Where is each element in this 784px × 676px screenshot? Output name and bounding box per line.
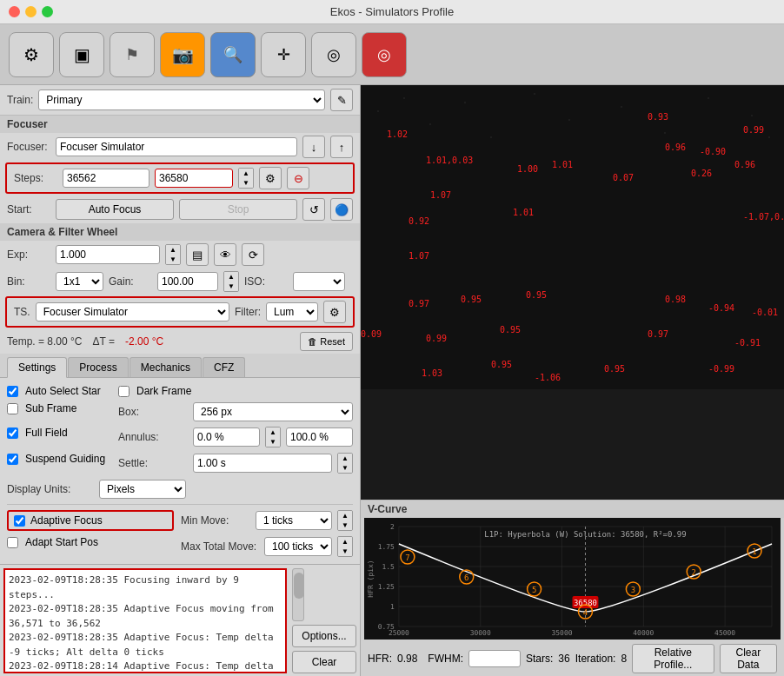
max-total-move-row: Max Total Move: 100 ticks ▲ ▼ xyxy=(181,534,353,559)
steps-spinner[interactable]: ▲ ▼ xyxy=(238,168,254,189)
focuser-down-button[interactable]: ↓ xyxy=(302,136,325,158)
delta-text: -2.00 °C xyxy=(125,335,163,348)
svg-text:3: 3 xyxy=(631,586,635,594)
reset-icon: 🗑 xyxy=(308,336,317,347)
display-units-select[interactable]: Pixels xyxy=(99,480,186,499)
focuser-up-button[interactable]: ↑ xyxy=(330,136,353,158)
settle-input[interactable] xyxy=(193,454,332,473)
tab-process[interactable]: Process xyxy=(68,357,128,377)
adapt-start-pos-row: Adapt Start Pos xyxy=(7,534,174,559)
options-button[interactable]: Options... xyxy=(292,625,356,647)
exp-input[interactable] xyxy=(56,245,160,264)
max-total-move-spinner[interactable]: ▲ ▼ xyxy=(337,536,353,557)
log-scrollbar-thumb xyxy=(294,573,304,599)
svg-point-7 xyxy=(568,119,570,121)
vcurve-section: V-Curve xyxy=(361,500,784,676)
tab-cfz[interactable]: CFZ xyxy=(203,357,245,377)
clear-data-button[interactable]: Clear Data xyxy=(720,644,777,673)
gain-input[interactable] xyxy=(157,272,218,291)
display-units-row: Display Units: Pixels xyxy=(7,478,353,500)
toolbar-guide-button[interactable]: ◎ xyxy=(362,32,407,77)
sub-frame-checkbox[interactable] xyxy=(7,403,18,414)
suspend-guiding-checkbox[interactable] xyxy=(7,454,18,465)
minimize-button[interactable] xyxy=(25,6,37,17)
exp-down-button[interactable]: ▼ xyxy=(166,255,180,264)
svg-text:1: 1 xyxy=(390,603,395,611)
relative-profile-button[interactable]: Relative Profile... xyxy=(632,644,714,673)
steps-abort-button[interactable]: ⊖ xyxy=(287,167,309,189)
svg-text:4: 4 xyxy=(583,608,588,617)
filter-settings-button[interactable]: ⚙ xyxy=(323,301,346,323)
exp-up-button[interactable]: ▲ xyxy=(166,245,180,255)
steps-down-button[interactable]: ▼ xyxy=(239,178,253,188)
vcurve-chart: L1P: Hyperbola (W) Solution: 36580, R²=0… xyxy=(364,518,781,640)
annulus-min-input[interactable] xyxy=(193,427,260,447)
min-move-spinner[interactable]: ▲ ▼ xyxy=(337,510,353,531)
gain-spinner[interactable]: ▲ ▼ xyxy=(223,271,239,292)
toolbar-mount-button[interactable]: ✛ xyxy=(261,32,306,77)
full-field-checkbox[interactable] xyxy=(7,427,18,439)
iso-label: ISO: xyxy=(244,275,288,288)
auto-select-star-checkbox[interactable] xyxy=(7,386,18,397)
box-label: Box: xyxy=(118,406,188,418)
loop-button[interactable]: ⟳ xyxy=(242,243,264,266)
toolbar-align-button[interactable]: ◎ xyxy=(311,32,356,77)
svg-text:HFR (pix): HFR (pix) xyxy=(367,560,375,597)
filter-select[interactable]: Lum xyxy=(266,302,318,321)
tab-mechanics[interactable]: Mechanics xyxy=(130,357,202,377)
focuser-device-input[interactable] xyxy=(56,137,297,156)
toolbar-settings-button[interactable]: ⚙ xyxy=(9,32,54,77)
toolbar-modules-button[interactable]: ▣ xyxy=(59,32,104,77)
min-move-row: Min Move: 1 ticks ▲ ▼ xyxy=(181,508,353,533)
train-select[interactable]: Primary xyxy=(38,89,325,110)
suspend-guiding-label: Suspend Guiding xyxy=(25,453,105,465)
svg-point-5 xyxy=(490,136,492,138)
steps-current-input[interactable] xyxy=(63,169,149,188)
camera-icon-button[interactable]: 🔵 xyxy=(330,198,353,221)
stars-label: Stars: xyxy=(526,653,553,665)
toolbar-camera-button[interactable]: 📷 xyxy=(160,32,205,77)
toolbar-focus-button[interactable]: 🔍 xyxy=(210,32,256,77)
adapt-start-pos-checkbox[interactable] xyxy=(7,537,18,548)
ts-select[interactable]: Focuser Simulator xyxy=(36,302,229,321)
log-line-2: 2023-02-09T18:28:35 Adaptive Focus movin… xyxy=(9,602,282,631)
steps-up-button[interactable]: ▲ xyxy=(239,169,253,178)
gain-up-button[interactable]: ▲ xyxy=(224,272,238,282)
log-scrollbar[interactable] xyxy=(292,568,304,621)
svg-point-2 xyxy=(403,97,405,99)
svg-text:1.01: 1.01 xyxy=(552,160,573,169)
svg-text:0.96: 0.96 xyxy=(665,142,686,152)
svg-text:0.09: 0.09 xyxy=(361,329,382,339)
frame-button[interactable]: ▤ xyxy=(186,243,209,266)
steps-gear-button[interactable]: ⚙ xyxy=(259,167,282,189)
auto-select-star-row: Auto Select Star xyxy=(7,383,111,399)
gain-down-button[interactable]: ▼ xyxy=(224,282,238,291)
focuser-section-header: Focuser xyxy=(0,116,360,133)
max-total-move-select[interactable]: 100 ticks xyxy=(264,537,332,556)
close-button[interactable] xyxy=(9,6,20,17)
maximize-button[interactable] xyxy=(42,6,53,17)
svg-text:1.02: 1.02 xyxy=(387,129,408,139)
iso-select[interactable] xyxy=(293,272,345,291)
clear-button[interactable]: Clear xyxy=(292,651,356,673)
tab-settings[interactable]: Settings xyxy=(7,357,67,378)
bin-select[interactable]: 1x1 xyxy=(56,272,103,291)
fwhm-input[interactable] xyxy=(468,650,521,667)
adaptive-focus-checkbox[interactable] xyxy=(14,515,25,527)
preview-button[interactable]: 👁 xyxy=(214,243,236,266)
dark-frame-checkbox[interactable] xyxy=(118,386,130,397)
toolbar-scheduler-button[interactable]: ⚑ xyxy=(110,32,155,77)
box-select[interactable]: 256 px xyxy=(193,402,353,421)
autofocus-button[interactable]: Auto Focus xyxy=(56,199,174,220)
refresh-button[interactable]: ↺ xyxy=(302,198,325,221)
reset-button[interactable]: 🗑 Reset xyxy=(300,332,353,351)
settle-spinner[interactable]: ▲ ▼ xyxy=(337,453,353,474)
svg-text:35000: 35000 xyxy=(552,629,573,637)
train-edit-button[interactable]: ✎ xyxy=(330,89,353,111)
exp-spinner[interactable]: ▲ ▼ xyxy=(165,244,181,265)
annulus-max-input[interactable] xyxy=(286,427,353,447)
stop-button[interactable]: Stop xyxy=(179,199,297,220)
min-move-select[interactable]: 1 ticks xyxy=(256,511,332,530)
annulus-min-spinner[interactable]: ▲ ▼ xyxy=(265,427,281,447)
steps-target-input[interactable] xyxy=(155,169,233,188)
